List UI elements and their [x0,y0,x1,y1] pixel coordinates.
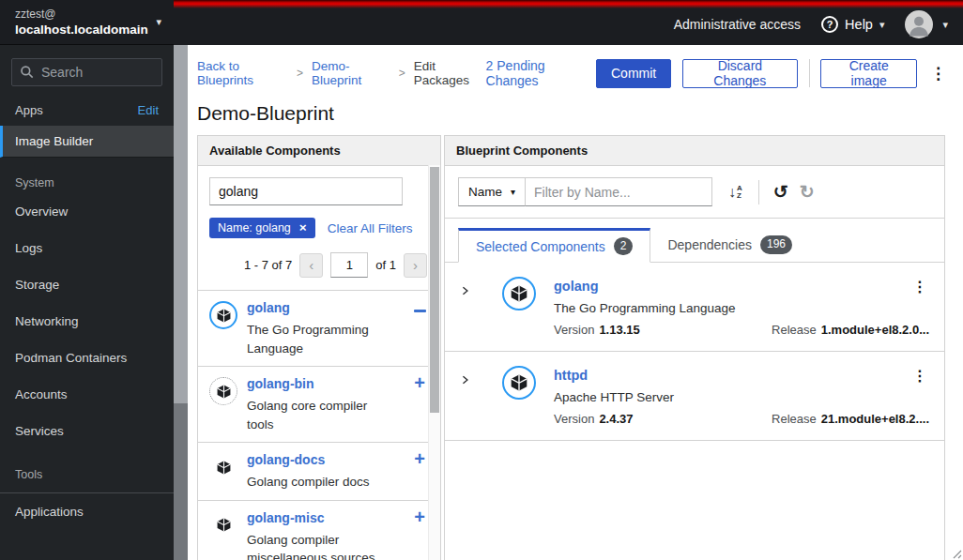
breadcrumb-separator-icon: > [399,67,405,80]
sidebar-search [11,58,162,86]
sidebar-item-applications[interactable]: Applications [0,493,174,530]
release-value: 1.module+el8.2.0... [821,323,929,337]
sidebar-item-storage[interactable]: Storage [0,266,174,303]
blueprint-component-row: golang The Go Programming Language Versi… [445,263,944,352]
close-icon[interactable]: × [299,221,307,235]
sidebar-item-podman-containers[interactable]: Podman Containers [0,340,174,376]
selected-ring [502,277,536,310]
kebab-menu-icon[interactable]: ⋮ [928,66,948,82]
breadcrumb-back-to-blueprints[interactable]: Back to Blueprints [197,59,288,87]
blueprint-component-row: httpd Apache HTTP Server Version 2.4.37 … [445,352,944,441]
dependencies-count-badge: 196 [760,235,792,253]
expand-row-button[interactable] [460,283,486,337]
chevron-down-icon: ▾ [942,19,948,31]
component-name-link[interactable]: golang-bin [247,376,314,391]
tab-selected-components[interactable]: Selected Components 2 [458,228,650,263]
pagination-next-button[interactable]: › [404,253,427,278]
sidebar-scrollbar[interactable] [174,45,188,560]
sidebar-item-accounts[interactable]: Accounts [0,376,174,413]
undo-icon[interactable]: ↺ [773,183,788,201]
blueprint-filter-input[interactable] [525,177,712,206]
sidebar-item-services[interactable]: Services [0,413,174,449]
expand-row-button[interactable] [460,372,486,426]
filter-field-select[interactable]: Name ▾ [458,177,526,206]
dotted-ring [209,377,237,405]
tab-dependencies[interactable]: Dependencies 196 [650,228,809,262]
version-value: 1.13.15 [599,323,639,337]
filter-chip-label: Name: golang [218,221,291,235]
breadcrumb-separator-icon: > [297,67,303,80]
create-image-button[interactable]: Create image [820,59,917,88]
available-list-scrollbar[interactable] [428,165,440,560]
available-component-row: golang-misc Golang compiler miscellaneou… [198,500,440,560]
pagination: 1 - 7 of 7 ‹ of 1 › [198,247,440,290]
add-component-button[interactable]: + [410,451,429,492]
divider [809,59,810,87]
clear-all-filters-link[interactable]: Clear All Filters [328,221,413,235]
commit-button[interactable]: Commit [596,59,671,88]
filter-field-label: Name [468,185,502,199]
kebab-menu-icon[interactable]: ⋮ [912,367,927,385]
component-description: Golang compiler miscellaneous sources [247,531,390,560]
chevron-right-icon [460,374,470,386]
resize-corner-icon[interactable] [951,548,962,559]
component-name-link[interactable]: golang-docs [247,452,325,467]
filter-chip[interactable]: Name: golang × [209,218,315,238]
blueprint-tabs: Selected Components 2 Dependencies 196 [445,228,944,263]
breadcrumb-demo-blueprint[interactable]: Demo-Blueprint [312,59,390,87]
chevron-right-icon: › [413,257,418,273]
help-menu[interactable]: ? Help ▾ [821,16,884,33]
sidebar-item-overview[interactable]: Overview [0,193,174,230]
remove-component-button[interactable] [410,299,429,357]
release-label: Release [772,323,817,337]
available-search-input[interactable] [209,177,403,205]
available-components-header: Available Components [198,136,440,166]
blueprint-components-header: Blueprint Components [445,136,944,166]
pagination-page-input[interactable] [330,252,368,278]
version-label: Version [554,323,594,337]
component-name-link[interactable]: golang [247,300,290,315]
release-label: Release [772,412,817,426]
sidebar-item-image-builder[interactable]: Image Builder [0,126,174,158]
available-list-scrollbar-thumb[interactable] [430,167,439,413]
minus-icon [414,310,426,312]
component-name-link[interactable]: golang-misc [247,510,324,525]
discard-changes-button[interactable]: Discard Changes [682,59,797,88]
component-description: Golang compiler docs [247,473,390,492]
selected-ring [502,366,536,400]
bundle-icon [217,518,231,532]
release-value: 21.module+el8.2.... [821,412,929,426]
host-user: zztest@ [15,8,148,21]
component-name-link[interactable]: golang [554,279,599,294]
host-switcher[interactable]: zztest@ localhost.localdomain ▾ [0,0,174,45]
add-component-button[interactable]: + [410,375,429,433]
sidebar-section-system: System [0,158,174,193]
kebab-menu-icon[interactable]: ⋮ [912,278,927,295]
component-description: Golang core compiler tools [247,397,390,433]
main-content: Back to Blueprints > Demo-Blueprint > Ed… [188,45,963,560]
help-label: Help [845,17,873,32]
component-name-link[interactable]: httpd [554,368,588,383]
sidebar-item-logs[interactable]: Logs [0,230,174,266]
sidebar-scrollbar-thumb[interactable] [174,45,188,403]
add-component-button[interactable]: + [410,509,429,560]
sidebar-section-tools: Tools [0,449,174,493]
admin-access-label[interactable]: Administrative access [674,17,801,32]
bundle-icon [217,309,231,323]
sidebar-item-networking[interactable]: Networking [0,303,174,340]
masthead: Administrative access ? Help ▾ ▾ [174,0,963,45]
blueprint-toolbar: Name ▾ ↓ A Z ↺ ↻ [445,166,944,219]
chevron-down-icon: ▾ [156,16,161,28]
chevron-down-icon: ▾ [511,187,515,197]
page-title: Demo-Blueprint [197,102,963,125]
pending-changes-link[interactable]: 2 Pending Changes [486,58,583,88]
user-menu[interactable]: ▾ [905,10,948,38]
apps-edit-link[interactable]: Edit [138,103,159,117]
pagination-prev-button[interactable]: ‹ [299,253,323,278]
bundle-icon [217,461,231,475]
redo-icon[interactable]: ↻ [800,183,815,201]
sort-az-icon[interactable]: ↓ A Z [728,185,742,200]
chevron-left-icon: ‹ [309,257,313,273]
available-component-row: golang The Go Programming Language [198,290,440,366]
sidebar-search-input[interactable] [11,58,162,86]
